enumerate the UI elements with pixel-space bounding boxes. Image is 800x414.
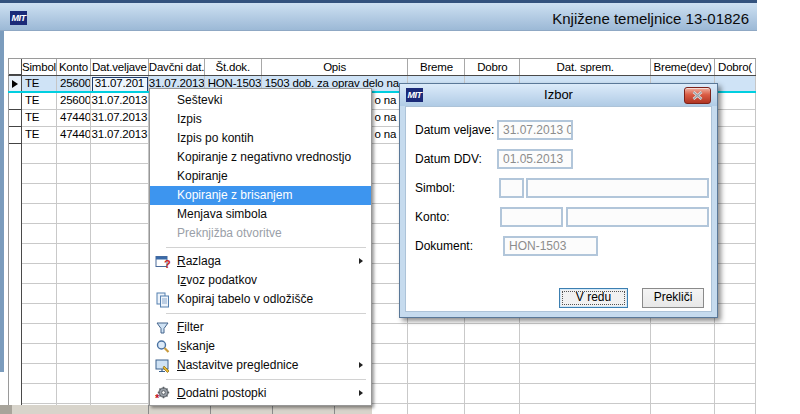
cell-dobro-dev[interactable] [715,127,756,144]
current-row-marker-icon [12,80,18,88]
datum-veljave-label: Datum veljave: [415,120,494,140]
menu-item-dodatni-postopki[interactable]: * Dodatni postopki [150,384,371,403]
menu-separator [150,375,371,384]
simbol-input[interactable] [499,178,524,198]
submenu-arrow-icon [359,258,363,264]
menu-item-izpis-po-kontih[interactable]: Izpis po kontih [150,129,371,148]
column-header-dat-veljave[interactable]: Dat.veljave [91,59,149,75]
grid-settings-icon [155,358,171,374]
column-header-konto[interactable]: Konto [57,59,91,75]
menu-item-izpis[interactable]: Izpis [150,110,371,129]
submenu-arrow-icon [359,362,363,368]
menu-item-label: Kopiraj tabelo v odložišče [177,292,313,306]
copy-icon [155,292,171,308]
datum-ddv-label: Datum DDV: [415,149,482,169]
row-selector-cell[interactable] [9,93,22,110]
dokument-label: Dokument: [415,236,473,256]
close-button[interactable] [684,87,711,104]
grid-footer-strip [0,405,372,414]
column-header-st-dok[interactable]: Št.dok. [205,59,262,75]
row-header-ticks [8,144,21,414]
column-header-dat-sprem[interactable]: Dat. sprem. [520,59,651,75]
cell-simbol[interactable]: TE [22,93,57,110]
cell-dobro-dev[interactable] [715,93,756,110]
row-selector-cell[interactable] [9,127,22,144]
window-titlebar: MIT Knjižene temeljnice 13-01826 [0,0,757,31]
column-header-davcni-dat[interactable]: Davčni dat. [149,59,205,75]
menu-item-kopiranje-z-brisanjem[interactable]: Kopiranje z brisanjem [150,186,371,205]
konto-input[interactable] [500,207,563,227]
close-icon [692,91,703,100]
column-header-breme[interactable]: Breme [408,59,465,75]
menu-separator [150,243,371,252]
search-icon [155,339,171,355]
konto-label: Konto: [415,207,450,227]
dialog-title: Izbor [400,84,717,106]
help-icon: ? [155,254,171,270]
column-header-dobro[interactable]: Dobro [465,59,520,75]
konto-name-input[interactable] [566,207,709,227]
menu-item-label: Nastavitve preglednice [177,358,298,372]
footer-tick [272,405,273,414]
simbol-name-input[interactable] [526,178,709,198]
cell-simbol[interactable]: TE [22,127,57,144]
menu-item-razlaga[interactable]: ? Razlaga [150,252,371,271]
dialog-body: Datum veljave: 31.07.2013 0 Datum DDV: 0… [405,106,712,312]
menu-item-nastavitve-preglednice[interactable]: Nastavitve preglednice [150,356,371,375]
grid-footer-corner [0,405,12,414]
dokument-input[interactable]: HON-1503 [503,236,598,256]
dialog-titlebar[interactable]: MIT Izbor [400,84,717,106]
column-header-breme-dev[interactable]: Breme(dev) [651,59,715,75]
svg-text:?: ? [164,258,171,270]
cell-dat-veljave[interactable]: 31.07.2013 [91,127,149,144]
submenu-arrow-icon [359,390,363,396]
datum-ddv-input[interactable]: 01.05.2013 [497,149,573,169]
datum-veljave-input[interactable]: 31.07.2013 0 [497,120,573,140]
window-title: Knjižene temeljnice 13-01826 [552,10,749,27]
menu-item-sestevki[interactable]: Seštevki [150,91,371,110]
menu-item-label: Filter [177,320,204,334]
column-header-rowselector[interactable] [9,59,22,75]
footer-tick [148,405,149,414]
app-logo-icon: MIT [10,11,27,25]
menu-item-iskanje[interactable]: Iskanje [150,337,371,356]
svg-text:*: * [155,391,160,402]
cell-dobro-dev[interactable] [715,110,756,127]
menu-item-kopiranje-negativno[interactable]: Kopiranje z negativno vrednostjo [150,148,371,167]
menu-item-label: Iskanje [177,339,215,353]
filter-icon [155,320,171,336]
menu-separator [150,309,371,318]
cell-konto[interactable]: 25600 [57,93,91,110]
column-header-dobro-dev[interactable]: Dobro( [715,59,756,75]
menu-item-izvoz-podatkov[interactable]: Izvoz podatkov [150,271,371,290]
gear-icon: * [155,386,171,402]
left-accent-bar [0,31,4,372]
cell-simbol[interactable]: TE [22,110,57,127]
column-header-opis[interactable]: Opis [262,59,409,75]
menu-item-menjava-simbola[interactable]: Menjava simbola [150,205,371,224]
dialog-logo-icon: MIT [406,88,423,102]
footer-tick [210,405,211,414]
row-selector-cell[interactable] [9,110,22,127]
context-menu: Seštevki Izpis Izpis po kontih Kopiranje… [149,88,372,406]
cell-konto[interactable]: 47440 [57,127,91,144]
menu-item-kopiraj-tabelo[interactable]: Kopiraj tabelo v odložišče [150,290,371,309]
cancel-button[interactable]: Prekliči [642,288,704,308]
footer-tick [334,405,335,414]
menu-item-filter[interactable]: Filter [150,318,371,337]
simbol-label: Simbol: [415,178,455,198]
menu-item-preknjizba-otvoritve: Preknjižba otvoritve [150,224,371,243]
menu-item-label: Dodatni postopki [177,386,266,400]
menu-item-kopiranje[interactable]: Kopiranje [150,167,371,186]
izbor-dialog: MIT Izbor Datum veljave: 31.07.2013 0 Da… [399,83,718,318]
table-header: Simbol Konto Dat.veljave Davčni dat. Št.… [8,58,756,76]
cell-dat-veljave[interactable]: 31.07.2013 [91,93,149,110]
cell-konto[interactable]: 47440 [57,110,91,127]
menu-item-label: Razlaga [177,254,221,268]
column-header-simbol[interactable]: Simbol [22,59,57,75]
screen: MIT Knjižene temeljnice 13-01826 Simbol … [0,0,800,414]
ok-button[interactable]: V redu [559,288,628,308]
cell-dat-veljave[interactable]: 31.07.2013 [91,110,149,127]
menu-item-label: Izvoz podatkov [177,273,257,287]
